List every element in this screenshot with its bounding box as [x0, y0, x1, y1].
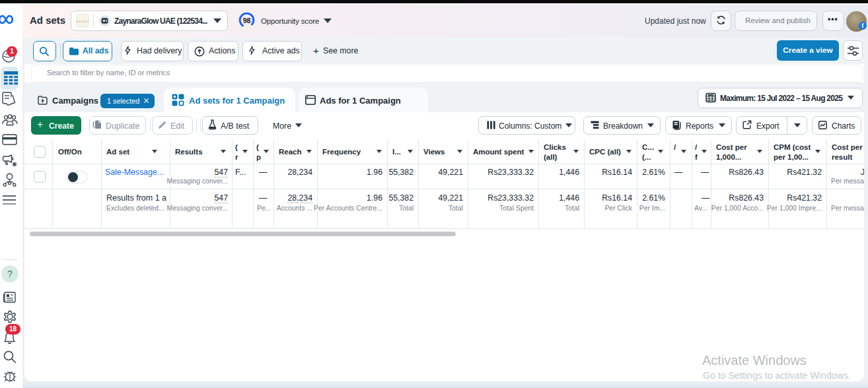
svg-text:98: 98	[243, 16, 251, 24]
